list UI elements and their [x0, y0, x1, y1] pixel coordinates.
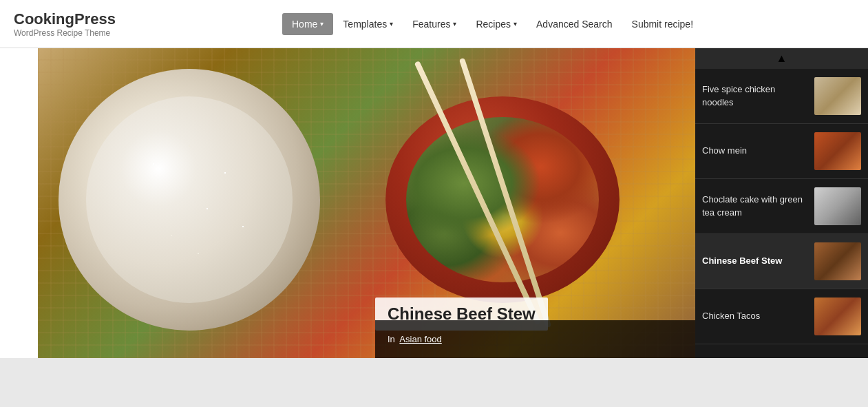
- sidebar-list-item-1[interactable]: Chow mein: [695, 124, 868, 179]
- hero-image: [38, 48, 695, 358]
- content-area: Chinese Beef Stew In Asian food ▲ Five s…: [0, 48, 868, 358]
- caption-meta-text: In Asian food: [388, 334, 442, 344]
- sidebar-item-thumbnail: [814, 77, 861, 115]
- sidebar-item-label: Chow mein: [702, 145, 809, 157]
- sidebar-item-thumbnail: [814, 187, 861, 225]
- nav-label-recipes: Recipes: [476, 19, 511, 30]
- nav-item-recipes[interactable]: Recipes ▾: [466, 13, 527, 35]
- hero-slider: Chinese Beef Stew In Asian food: [38, 48, 695, 358]
- site-branding: CookingPress WordPress Recipe Theme: [14, 10, 282, 38]
- site-header: CookingPress WordPress Recipe Theme Home…: [0, 0, 868, 48]
- sidebar-item-thumbnail: [814, 298, 861, 335]
- sidebar-list-item-2[interactable]: Choclate cake with green tea cream: [695, 179, 868, 234]
- chevron-down-icon: ▾: [390, 20, 393, 28]
- nav-item-home[interactable]: Home ▾: [282, 13, 333, 35]
- nav-label-features: Features: [412, 19, 450, 30]
- stir-fry-bowl: [385, 96, 620, 303]
- rice-bowl-decoration: [59, 69, 320, 331]
- nav-label-advanced-search: Advanced Search: [536, 19, 613, 30]
- sidebar-item-label: Five spice chicken noodles: [702, 83, 809, 108]
- chevron-down-icon: ▾: [453, 20, 456, 28]
- nav-label-submit-recipe: Submit recipe!: [632, 19, 693, 30]
- sidebar: ▲ Five spice chicken noodlesChow meinCho…: [695, 48, 868, 358]
- sidebar-item-label: Choclate cake with green tea cream: [702, 194, 809, 218]
- stir-fry-food: [406, 117, 599, 282]
- sidebar-item-label: Chicken Tacos: [702, 310, 809, 322]
- nav-item-features[interactable]: Features ▾: [403, 13, 466, 35]
- caption-meta-link[interactable]: Asian food: [399, 334, 441, 344]
- sidebar-items-list: Five spice chicken noodlesChow meinChocl…: [695, 69, 868, 344]
- sidebar-item-thumbnail: [814, 242, 861, 280]
- sidebar-list-item-0[interactable]: Five spice chicken noodles: [695, 69, 868, 124]
- caption-meta-bar: In Asian food: [375, 320, 695, 358]
- rice-bowl-inner: [86, 96, 293, 303]
- nav-label-templates: Templates: [343, 19, 387, 30]
- caption-meta-prefix: In: [388, 334, 395, 344]
- left-spacer: [0, 48, 38, 358]
- sidebar-item-label: Chinese Beef Stew: [702, 255, 809, 267]
- nav-item-submit-recipe[interactable]: Submit recipe!: [622, 13, 703, 35]
- site-description: WordPress Recipe Theme: [14, 28, 282, 38]
- scroll-up-icon: ▲: [776, 52, 787, 65]
- sidebar-list-item-4[interactable]: Chicken Tacos: [695, 289, 868, 344]
- nav-item-templates[interactable]: Templates ▾: [333, 13, 403, 35]
- chevron-down-icon: ▾: [320, 20, 324, 28]
- chevron-down-icon: ▾: [514, 20, 517, 28]
- bottom-area: [0, 358, 868, 393]
- site-title: CookingPress: [14, 10, 282, 28]
- sidebar-item-thumbnail: [814, 132, 861, 170]
- nav-label-home: Home: [292, 19, 317, 30]
- sidebar-list-item-3[interactable]: Chinese Beef Stew: [695, 234, 868, 289]
- sidebar-scroll-up-button[interactable]: ▲: [695, 48, 868, 69]
- nav-item-advanced-search[interactable]: Advanced Search: [527, 13, 622, 35]
- main-nav: Home ▾ Templates ▾ Features ▾ Recipes ▾ …: [282, 13, 703, 35]
